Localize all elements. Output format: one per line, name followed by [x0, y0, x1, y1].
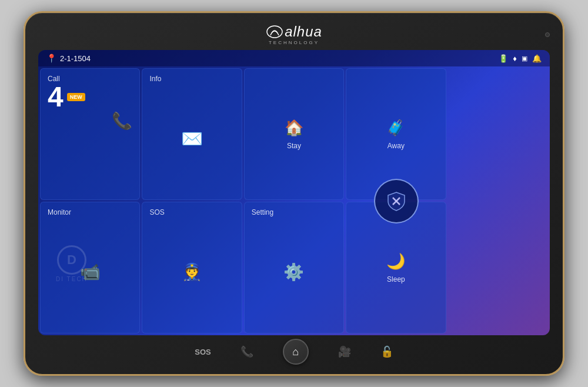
tile-call[interactable]: Call 4 NEW 📞	[40, 68, 140, 200]
arm-disarm-overlay	[374, 179, 419, 223]
tile-sos[interactable]: SOS 👮	[142, 202, 242, 333]
tile-stay[interactable]: 🏠 Stay	[244, 68, 344, 200]
home-hardware-btn[interactable]: ⌂	[283, 339, 309, 365]
call-hardware-btn[interactable]: 📞	[240, 345, 253, 358]
wifi-icon: ♦	[513, 54, 517, 63]
info-icon: ✉️	[181, 128, 203, 149]
status-right: 🔋 ♦ ▣ 🔔	[499, 54, 542, 63]
lock-btn-icon: 🔓	[380, 345, 393, 358]
tile-info-label: Info	[149, 75, 161, 83]
away-icon: 🧳	[386, 119, 405, 137]
camera-dot	[545, 32, 550, 37]
brand-icon	[266, 25, 283, 39]
location-icon: 📍	[46, 54, 56, 63]
tile-monitor[interactable]: Monitor 📹	[40, 202, 140, 333]
tile-stay-label: Stay	[287, 142, 301, 150]
call-number: 4	[48, 83, 64, 111]
sleep-icon: 🌙	[386, 252, 405, 271]
top-bar: alhua TECHNOLOGY	[38, 24, 550, 45]
bottom-bar: SOS 📞 ⌂ 🎥 🔓	[38, 335, 550, 366]
sos-btn-label: SOS	[195, 348, 211, 356]
tile-info[interactable]: Info ✉️	[142, 68, 242, 200]
video-btn-icon: 🎥	[338, 345, 351, 358]
video-hardware-btn[interactable]: 🎥	[338, 345, 351, 358]
setting-icon: ⚙️	[283, 262, 304, 282]
stay-icon: 🏠	[285, 119, 303, 137]
brand-sub: TECHNOLOGY	[269, 40, 319, 45]
home-btn-icon: ⌂	[292, 346, 299, 358]
bell-icon: 🔔	[532, 54, 542, 63]
nfc-icon: ▣	[522, 55, 527, 62]
sos-tile-icon: 👮	[182, 262, 202, 282]
watermark: D DI TECH	[56, 245, 88, 282]
watermark-text: DI TECH	[56, 276, 88, 282]
lock-hardware-btn[interactable]: 🔓	[380, 345, 393, 358]
tile-sleep-label: Sleep	[387, 275, 405, 283]
svg-point-0	[267, 26, 282, 38]
shield-x-icon	[386, 191, 407, 212]
screen: 📍 2-1-1504 🔋 ♦ ▣ 🔔 Call 4 NEW 📞 Info ✉️ …	[38, 50, 550, 335]
brand-name: alhua	[285, 24, 322, 40]
sos-hardware-btn[interactable]: SOS	[195, 348, 211, 356]
call-icon: 📞	[112, 111, 132, 131]
location-text: 2-1-1504	[60, 54, 91, 63]
tile-setting[interactable]: Setting ⚙️	[244, 202, 344, 333]
tile-sos-label: SOS	[149, 208, 164, 216]
brand-logo: alhua TECHNOLOGY	[266, 24, 322, 45]
battery-icon: 🔋	[499, 54, 508, 63]
call-badge: NEW	[67, 93, 85, 101]
tile-away-label: Away	[387, 142, 405, 150]
status-left: 📍 2-1-1504	[46, 54, 91, 63]
tile-monitor-label: Monitor	[48, 208, 71, 216]
app-grid: Call 4 NEW 📞 Info ✉️ 🏠 Stay 🧳 Away Monit…	[38, 66, 550, 335]
watermark-circle: D	[57, 245, 86, 275]
call-btn-icon: 📞	[240, 345, 253, 358]
tile-setting-label: Setting	[252, 208, 273, 216]
status-bar: 📍 2-1-1504 🔋 ♦ ▣ 🔔	[38, 50, 550, 66]
arm-disarm-button[interactable]	[374, 179, 419, 223]
device-frame: alhua TECHNOLOGY 📍 2-1-1504 🔋 ♦ ▣ 🔔 Call…	[24, 11, 564, 376]
